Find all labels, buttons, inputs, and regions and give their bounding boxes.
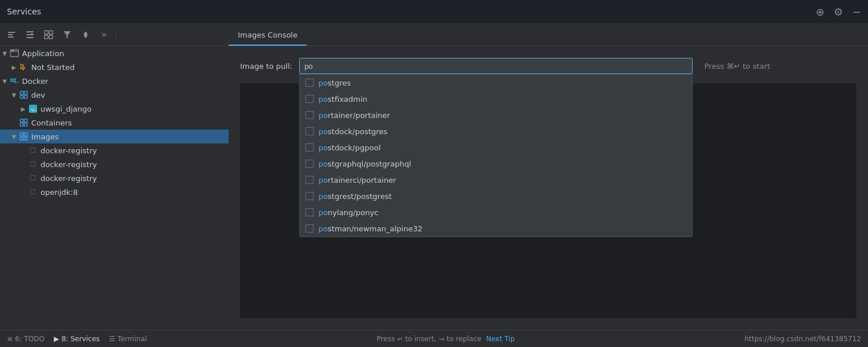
next-tip-button[interactable]: Next Tip [486, 335, 515, 343]
sidebar-group-icon[interactable] [41, 27, 57, 43]
dropdown-item-6[interactable]: portainerci/portainer [300, 172, 692, 188]
right-panel: Images Console Image to pull: postgrespo… [229, 23, 868, 330]
dropdown-text-3: postdock/postgres [318, 127, 388, 136]
dropdown-checkbox-5[interactable] [306, 160, 314, 168]
sidebar-more-icon[interactable]: » [96, 27, 112, 43]
svg-rect-2 [8, 36, 14, 38]
img4-icon: ☐ [28, 187, 38, 197]
pull-area: Image to pull: postgrespostfixadminporta… [229, 46, 868, 330]
tab-images-console[interactable]: Images Console [229, 25, 307, 46]
status-url: https://blog.csdn.net/f641385712 [745, 335, 861, 343]
title-bar: Services ⊕ ⚙ − [0, 0, 868, 23]
svg-rect-10 [49, 35, 53, 39]
dropdown-text-7: postgrest/postgrest [318, 192, 392, 201]
img2-icon: ☐ [28, 159, 38, 169]
press-hint: Press ⌘↵ to start [704, 62, 770, 71]
services-label: 8: Services [61, 335, 100, 343]
dropdown-checkbox-0[interactable] [306, 79, 314, 87]
svg-marker-11 [64, 31, 71, 38]
sidebar-filter-icon[interactable] [59, 27, 75, 43]
todo-icon: ≡ [7, 335, 13, 343]
dropdown-item-5[interactable]: postgraphql/postgraphql [300, 156, 692, 172]
sidebar-item-dev[interactable]: ▼ dev [0, 88, 229, 102]
status-terminal[interactable]: ☰ Terminal [109, 335, 146, 343]
svg-rect-35 [24, 137, 27, 140]
dropdown-text-0: postgres [318, 79, 351, 87]
arrow-not-started: ▶ [9, 62, 19, 72]
dropdown-checkbox-8[interactable] [306, 208, 314, 216]
svg-point-15 [13, 50, 14, 51]
svg-rect-28 [20, 119, 23, 122]
dropdown-item-0[interactable]: postgres [300, 75, 692, 91]
not-started-icon [19, 62, 29, 72]
dropdown-text-8: ponylang/ponyc [318, 208, 378, 217]
app-title: Services [7, 7, 41, 16]
dropdown-text-1: postfixadmin [318, 95, 367, 104]
containers-icon [19, 117, 29, 128]
status-todo[interactable]: ≡ 6: TODO [7, 335, 45, 343]
images-label: Images [31, 132, 59, 141]
svg-rect-5 [27, 37, 34, 38]
add-service-icon[interactable]: ⊕ [816, 6, 825, 18]
toolbar-separator [116, 29, 116, 40]
uwsgi-icon: 🐳 [28, 104, 38, 114]
sidebar-expand-icon[interactable] [22, 27, 38, 43]
dropdown-checkbox-2[interactable] [306, 111, 314, 119]
dropdown-item-3[interactable]: postdock/postgres [300, 123, 692, 139]
dropdown-item-1[interactable]: postfixadmin [300, 91, 692, 107]
sidebar-item-docker[interactable]: ▼ Docker [0, 74, 229, 88]
sidebar-item-uwsgi-django[interactable]: ▶ 🐳 uwsgi_django [0, 102, 229, 116]
dropdown-item-4[interactable]: postdock/pgpool [300, 139, 692, 156]
minimize-icon[interactable]: − [852, 6, 861, 18]
arrow-dev: ▼ [9, 90, 19, 99]
dropdown-item-2[interactable]: portainer/portainer [300, 107, 692, 123]
sidebar-pin-icon[interactable] [78, 27, 94, 43]
dropdown-checkbox-7[interactable] [306, 192, 314, 200]
dropdown-checkbox-3[interactable] [306, 127, 314, 135]
img1-icon: ☐ [28, 145, 38, 156]
sidebar-item-application[interactable]: ▼ Application [0, 46, 229, 60]
arrow-application: ▼ [0, 49, 9, 58]
dropdown-item-9[interactable]: postman/newman_alpine32 [300, 220, 692, 237]
sidebar-item-img4[interactable]: ▶ ☐ openjdk:8 [0, 185, 229, 199]
todo-label: 6: TODO [15, 335, 45, 343]
sidebar-item-img3[interactable]: ▶ ☐ docker-registry [0, 171, 229, 185]
settings-icon[interactable]: ⚙ [834, 6, 843, 18]
svg-rect-34 [20, 137, 23, 140]
sidebar-tree: ▼ Application ▶ [0, 46, 229, 330]
dropdown-checkbox-6[interactable] [306, 176, 314, 184]
status-right: https://blog.csdn.net/f641385712 [745, 334, 861, 343]
status-bar: ≡ 6: TODO ▶ 8: Services ☰ Terminal Press… [0, 330, 868, 347]
svg-rect-3 [27, 31, 34, 32]
dropdown-text-6: portainerci/portainer [318, 176, 396, 184]
dropdown-checkbox-4[interactable] [306, 143, 314, 152]
not-started-label: Not Started [31, 63, 75, 72]
sidebar-item-img2[interactable]: ▶ ☐ docker-registry [0, 157, 229, 171]
sidebar-item-images[interactable]: ▼ Images [0, 130, 229, 143]
svg-text:🐳: 🐳 [30, 105, 37, 113]
uwsgi-label: uwsgi_django [41, 105, 91, 113]
status-left: ≡ 6: TODO ▶ 8: Services ☰ Terminal [7, 335, 147, 343]
arrow-images: ▼ [9, 132, 19, 141]
sidebar-item-containers[interactable]: ▶ Containers [0, 116, 229, 130]
svg-point-14 [12, 50, 13, 51]
dropdown-checkbox-9[interactable] [306, 224, 314, 232]
sidebar: » ▼ Application [0, 23, 229, 330]
dropdown-text-2: portainer/portainer [318, 111, 390, 120]
sidebar-collapse-icon[interactable] [3, 27, 20, 43]
dropdown-item-8[interactable]: ponylang/ponyc [300, 204, 692, 220]
svg-rect-23 [24, 91, 27, 94]
status-services[interactable]: ▶ 8: Services [54, 335, 100, 343]
svg-rect-31 [24, 123, 27, 126]
image-pull-input[interactable] [299, 58, 693, 74]
sidebar-item-img1[interactable]: ▶ ☐ docker-registry [0, 143, 229, 157]
dropdown-checkbox-1[interactable] [306, 95, 314, 103]
svg-rect-24 [20, 95, 23, 98]
image-pull-input-wrap: postgrespostfixadminportainer/portainerp… [299, 58, 693, 74]
dropdown-item-7[interactable]: postgrest/postgrest [300, 188, 692, 204]
sidebar-item-not-started[interactable]: ▶ Not Started [0, 60, 229, 74]
sidebar-toolbar: » [0, 23, 229, 46]
img2-label: docker-registry [41, 160, 97, 169]
terminal-icon: ☰ [109, 335, 115, 343]
svg-rect-33 [24, 133, 27, 136]
